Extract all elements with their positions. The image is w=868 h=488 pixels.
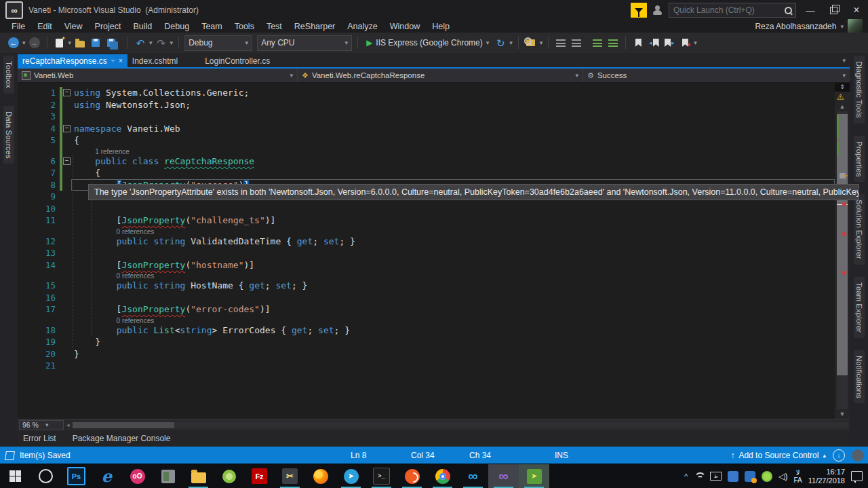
line-number[interactable]: 14 (18, 259, 60, 271)
android-studio-icon[interactable] (214, 464, 244, 488)
line-number[interactable]: 5 (18, 134, 60, 147)
code-text[interactable] (71, 247, 835, 259)
line-number[interactable]: 6 (18, 155, 60, 168)
line-number[interactable]: 1 (18, 87, 60, 99)
code-text[interactable]: public string ValidatedDateTime { get; s… (71, 236, 835, 248)
line-number[interactable]: 21 (18, 360, 60, 372)
codelens-text[interactable]: 0 references (71, 271, 835, 280)
fold-margin[interactable] (62, 203, 71, 215)
line-number[interactable]: 15 (18, 280, 60, 292)
fold-collapse-icon[interactable]: − (63, 125, 71, 132)
fold-collapse-icon[interactable]: − (63, 157, 71, 165)
fold-margin[interactable] (62, 336, 71, 348)
document-list-caret-icon[interactable]: ▾ (842, 57, 850, 64)
fold-margin[interactable]: − (62, 123, 71, 135)
restore-button[interactable] (825, 3, 842, 18)
line-number[interactable]: 8 (18, 179, 60, 191)
solution-configuration-dropdown[interactable]: Debug▾ (184, 35, 252, 51)
notification-flag-icon[interactable] (631, 3, 647, 18)
clock[interactable]: 16:17 11/27/2018 (808, 468, 845, 485)
line-number[interactable]: 19 (18, 336, 60, 348)
server-app-icon[interactable] (153, 464, 183, 488)
telegram-icon[interactable]: ➤ (336, 464, 366, 488)
redo-button[interactable]: ↷ (155, 35, 168, 50)
fold-margin[interactable] (62, 303, 71, 316)
terminal-icon[interactable]: >_ (366, 464, 397, 488)
postman-icon[interactable] (397, 464, 427, 488)
filezilla-icon[interactable]: Fz (244, 464, 275, 488)
menu-tools[interactable]: Tools (229, 21, 260, 32)
sidebar-tab-data-sources[interactable]: Data Sources (3, 106, 14, 164)
navigate-back-button[interactable]: ← (7, 35, 20, 50)
fold-margin[interactable] (62, 134, 71, 147)
fold-margin[interactable] (62, 324, 71, 337)
code-text[interactable]: } (71, 348, 835, 360)
fold-margin[interactable]: − (62, 155, 71, 168)
uncomment-button[interactable] (570, 35, 583, 50)
fold-margin[interactable]: − (62, 87, 71, 99)
status-circle-icon[interactable] (852, 449, 864, 462)
new-file-button[interactable] (53, 35, 66, 50)
undo-caret-icon[interactable]: ▾ (149, 39, 153, 46)
vertical-scrollbar[interactable]: ⇕ ⚠ ▲ ▼ (835, 83, 850, 419)
publish-icon[interactable]: ↓ (833, 449, 845, 462)
fold-margin[interactable] (62, 360, 71, 372)
sidebar-tab-toolbox[interactable]: Toolbox (3, 56, 14, 94)
save-button[interactable] (89, 35, 102, 50)
start-debugging-button[interactable]: ▶ IIS Express (Google Chrome) ▾ (363, 35, 492, 50)
menu-help[interactable]: Help (426, 21, 456, 32)
project-dropdown[interactable]: Vaneti.Web ▾ (18, 69, 298, 82)
language-indicator[interactable]: لا FA (794, 469, 802, 484)
codelens-text[interactable]: 0 references (71, 316, 835, 324)
edge-icon[interactable]: e (92, 464, 122, 488)
line-number[interactable]: 18 (18, 324, 60, 337)
line-number[interactable]: 13 (18, 247, 60, 259)
code-text[interactable] (71, 111, 835, 123)
quick-launch-input[interactable] (672, 5, 784, 16)
fold-collapse-icon[interactable]: − (63, 89, 71, 96)
sidebar-tab-solution-explorer[interactable]: Solution Explorer (854, 194, 865, 265)
codelens-text[interactable]: 1 reference (71, 147, 835, 155)
photoshop-icon[interactable]: Ps (61, 464, 92, 488)
code-text[interactable]: [JsonProperty("hostname")] (71, 259, 835, 271)
navigate-forward-button[interactable]: → (28, 35, 41, 50)
tab-recaptcharesponse.cs[interactable]: reCaptchaResponse.cs⊦× (18, 54, 127, 67)
code-text[interactable] (71, 203, 835, 215)
fold-margin[interactable] (62, 247, 71, 259)
user-name[interactable]: Reza Abolhasanzadeh (755, 22, 836, 31)
sidebar-tab-properties[interactable]: Properties (854, 136, 865, 182)
start-button[interactable] (0, 464, 31, 488)
line-number[interactable]: 7 (18, 167, 60, 179)
horizontal-scrollbar-thumb[interactable] (73, 422, 174, 428)
menu-analyze[interactable]: Analyze (341, 21, 383, 32)
menu-edit[interactable]: Edit (31, 21, 58, 32)
user-avatar[interactable] (848, 19, 863, 34)
scroll-down-arrow[interactable]: ▼ (835, 411, 850, 417)
volume-icon[interactable]: ◁) (778, 472, 787, 481)
menu-project[interactable]: Project (89, 21, 127, 32)
minimize-button[interactable]: — (802, 3, 819, 18)
add-to-source-control-button[interactable]: ↑ Add to Source Control ▴ (730, 451, 826, 460)
code-text[interactable]: { (71, 167, 835, 179)
tray-app-green-icon[interactable] (762, 471, 772, 482)
fold-margin[interactable] (62, 167, 71, 179)
code-text[interactable]: [JsonProperty("challenge_ts")] (71, 214, 835, 227)
previous-bookmark-button[interactable]: ◂ (647, 35, 660, 50)
line-number[interactable]: 20 (18, 348, 60, 360)
member-dropdown[interactable]: ⚙ Success ▾ (583, 69, 850, 82)
type-dropdown[interactable]: ❖ Vaneti.Web.reCaptchaResponse ▾ (298, 69, 583, 82)
pink-app-icon[interactable]: oO (122, 464, 153, 488)
fold-margin[interactable] (62, 259, 71, 271)
code-text[interactable]: [JsonProperty("error-codes")] (71, 303, 835, 316)
save-all-button[interactable] (104, 35, 118, 50)
scrollbar-track[interactable] (837, 111, 848, 409)
warning-triangle-icon[interactable]: ⚠ (837, 92, 844, 102)
file-explorer-icon[interactable] (183, 464, 214, 488)
code-text[interactable]: { (71, 134, 835, 147)
fold-margin[interactable] (62, 99, 71, 111)
fold-margin[interactable] (62, 348, 71, 360)
fold-margin[interactable] (62, 179, 71, 191)
vscode-icon[interactable]: ∞ (458, 464, 488, 488)
code-editor[interactable]: 1−using System.Collections.Generic;2usin… (18, 83, 850, 419)
close-button[interactable]: × (848, 3, 865, 18)
